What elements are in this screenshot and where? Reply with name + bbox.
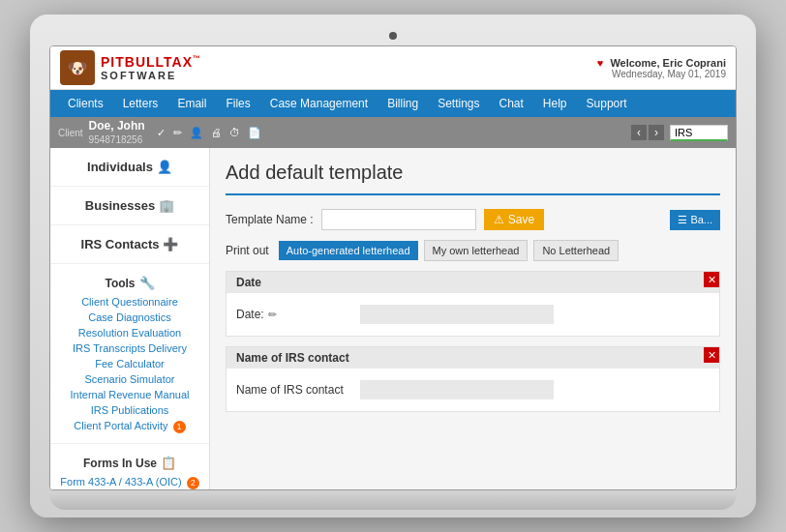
sidebar-link-diagnostics[interactable]: Case Diagnostics	[50, 310, 209, 325]
date-edit-icon[interactable]: ✏	[268, 309, 277, 321]
save-icon: ⚠	[494, 213, 504, 226]
nav-settings[interactable]: Settings	[428, 93, 489, 114]
client-name-block: Doe, John 9548718256	[89, 119, 145, 146]
sidebar-tools-title[interactable]: Tools 🔧	[50, 272, 209, 294]
portal-badge: 1	[173, 421, 186, 433]
date-field-row: Date: ✏	[236, 301, 710, 328]
irs-contact-field-input[interactable]	[360, 380, 554, 399]
printout-label: Print out	[226, 244, 269, 257]
sidebar-section-individuals: Individuals 👤	[50, 148, 209, 187]
printout-auto-btn[interactable]: Auto-generated letterhead	[279, 241, 418, 260]
printout-none-btn[interactable]: No Letterhead	[533, 240, 619, 261]
logo-area: 🐶 PITBULLTAX™ SOFTWARE	[60, 50, 201, 85]
businesses-label: Businesses	[85, 198, 155, 213]
irs-contact-section-title: Name of IRS contact	[236, 351, 349, 365]
client-actions: ✓ ✏ 👤 🖨 ⏱ 📄	[155, 126, 263, 140]
sidebar-individuals-title[interactable]: Individuals 👤	[50, 156, 209, 178]
sidebar-link-scenario[interactable]: Scenario Simulator	[50, 371, 209, 387]
nav-email[interactable]: Email	[167, 93, 216, 114]
sidebar-businesses-title[interactable]: Businesses 🏢	[50, 194, 209, 217]
forms-icon: 📋	[161, 456, 176, 470]
print-icon[interactable]: 🖨	[209, 126, 224, 140]
edit-icon[interactable]: ✏	[171, 126, 184, 140]
checkmark-icon[interactable]: ✓	[155, 126, 167, 140]
client-id: 9548718256	[89, 134, 143, 145]
nav-billing[interactable]: Billing	[378, 93, 428, 114]
sidebar-link-transcripts[interactable]: IRS Transcripts Delivery	[50, 340, 209, 356]
irs-contact-remove-button[interactable]: ✕	[704, 347, 719, 363]
clock-icon[interactable]: ⏱	[227, 126, 242, 140]
nav-chat[interactable]: Chat	[490, 93, 533, 114]
content-area: Add default template Template Name : ⚠ S…	[210, 148, 736, 489]
date-section-body: Date: ✏	[227, 293, 719, 336]
template-form-row: Template Name : ⚠ Save ☰ Ba...	[226, 209, 720, 230]
person-icon: 👤	[157, 160, 172, 174]
back-button[interactable]: ☰ Ba...	[670, 210, 720, 230]
nav-prev-button[interactable]: ‹	[631, 125, 647, 140]
sidebar-section-businesses: Businesses 🏢	[50, 187, 209, 225]
sidebar-link-questionnaire[interactable]: Client Questionnaire	[50, 294, 209, 310]
nav-next-button[interactable]: ›	[649, 125, 664, 140]
sidebar-link-publications[interactable]: IRS Publications	[50, 402, 209, 418]
sidebar-link-resolution[interactable]: Resolution Evaluation	[50, 325, 209, 340]
date-section: Date ✕ Date: ✏	[226, 271, 720, 337]
nav-case-management[interactable]: Case Management	[260, 93, 378, 114]
laptop-camera	[389, 32, 397, 40]
page-title: Add default template	[226, 162, 720, 184]
user-greeting: ♥ Welcome, Eric Coprani	[597, 57, 726, 69]
nav-support[interactable]: Support	[577, 93, 637, 114]
user-info: ♥ Welcome, Eric Coprani Wednesday, May 0…	[597, 57, 726, 79]
sidebar-link-433a[interactable]: Form 433-A / 433-A (OIC) 2	[50, 474, 209, 489]
nav-clients[interactable]: Clients	[58, 93, 113, 114]
date-section-remove-button[interactable]: ✕	[704, 272, 719, 287]
save-button[interactable]: ⚠ Save	[484, 209, 544, 230]
sidebar: Individuals 👤 Businesses 🏢 IRS Contacts	[50, 148, 210, 489]
irs-contacts-label: IRS Contacts	[81, 237, 160, 251]
printout-own-btn[interactable]: My own letterhead	[424, 240, 529, 261]
sidebar-section-forms: Forms In Use 📋 Form 433-A / 433-A (OIC) …	[50, 444, 209, 489]
back-label: Ba...	[690, 214, 712, 225]
logo-software: SOFTWARE	[101, 70, 201, 81]
irs-contact-section-body: Name of IRS contact	[227, 369, 719, 411]
logo-icon: 🐶	[60, 50, 95, 85]
heart-icon: ♥	[597, 57, 604, 69]
date-field-label: Date: ✏	[236, 308, 352, 321]
top-bar: 🐶 PITBULLTAX™ SOFTWARE ♥ Welcome, Eric C…	[50, 46, 736, 90]
logo-pitbull: PITBULLTAX™	[101, 54, 201, 70]
user-date: Wednesday, May 01, 2019	[597, 69, 726, 79]
nav-help[interactable]: Help	[533, 93, 577, 114]
irs-contact-field-row: Name of IRS contact	[236, 376, 710, 403]
irs-input[interactable]	[670, 125, 728, 141]
nav-bar: Clients Letters Email Files Case Managem…	[50, 90, 736, 117]
user-name: Welcome, Eric Coprani	[610, 57, 726, 69]
file-icon[interactable]: 📄	[246, 126, 263, 140]
irs-contact-section-header: Name of IRS contact ✕	[227, 347, 719, 369]
client-nav: ‹ ›	[631, 125, 664, 140]
sidebar-section-tools: Tools 🔧 Client Questionnaire Case Diagno…	[50, 264, 209, 444]
forms-label: Forms In Use	[83, 457, 157, 470]
individuals-label: Individuals	[87, 160, 153, 174]
app-container: 🐶 PITBULLTAX™ SOFTWARE ♥ Welcome, Eric C…	[50, 46, 736, 489]
laptop-base	[49, 494, 737, 510]
sidebar-irs-title[interactable]: IRS Contacts ➕	[50, 233, 209, 255]
client-name: Doe, John	[89, 119, 145, 133]
tools-icon: 🔧	[139, 276, 155, 290]
nav-files[interactable]: Files	[216, 93, 259, 114]
sidebar-link-portal[interactable]: Client Portal Activity 1	[50, 418, 209, 435]
person-icon[interactable]: 👤	[188, 126, 205, 140]
tools-label: Tools	[105, 277, 135, 290]
sidebar-forms-title[interactable]: Forms In Use 📋	[50, 452, 209, 474]
back-icon: ☰	[678, 214, 687, 226]
irs-contact-section: Name of IRS contact ✕ Name of IRS contac…	[226, 346, 720, 412]
sidebar-link-manual[interactable]: Internal Revenue Manual	[50, 387, 209, 402]
date-field-input[interactable]	[360, 305, 554, 324]
title-underline	[226, 193, 720, 195]
nav-letters[interactable]: Letters	[113, 93, 168, 114]
laptop-screen: 🐶 PITBULLTAX™ SOFTWARE ♥ Welcome, Eric C…	[49, 45, 737, 490]
irs-contact-field-label: Name of IRS contact	[236, 383, 352, 397]
printout-row: Print out Auto-generated letterhead My o…	[226, 240, 720, 261]
client-bar: Client Doe, John 9548718256 ✓ ✏ 👤 🖨 ⏱ 📄 …	[50, 117, 736, 148]
sidebar-link-fee[interactable]: Fee Calculator	[50, 356, 209, 371]
save-label: Save	[508, 213, 534, 226]
template-name-input[interactable]	[321, 209, 476, 230]
